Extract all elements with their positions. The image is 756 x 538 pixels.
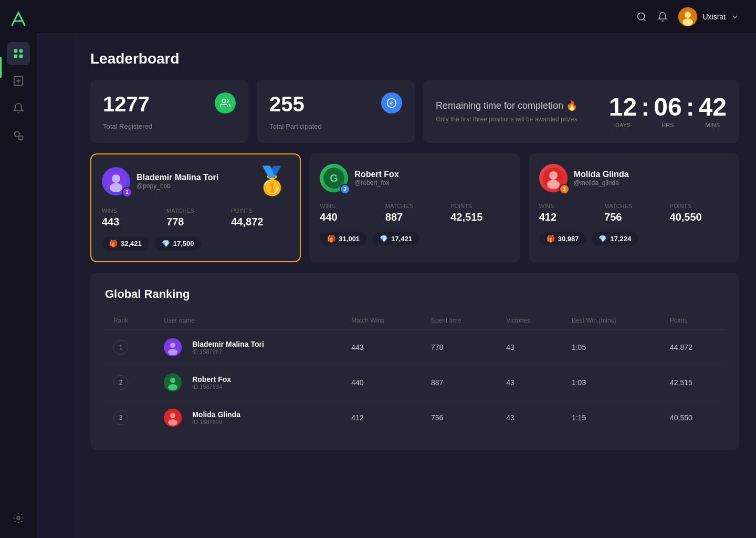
row-best-win-2: 1:03 bbox=[563, 365, 662, 400]
player1-stats: WINS 443 MATCHES 778 POINTS 44,872 bbox=[102, 208, 289, 228]
stats-row: 1277 Total Registered 255 bbox=[90, 80, 739, 143]
row-points-3: 40,550 bbox=[662, 400, 724, 436]
row-user-2: Robert Fox ID 1587634 bbox=[155, 365, 343, 400]
col-match-wins: Match Wins bbox=[343, 312, 423, 330]
sidebar-item-dashboard[interactable] bbox=[7, 42, 30, 65]
row-best-win-3: 1:15 bbox=[563, 400, 662, 436]
player1-wins: 443 bbox=[102, 216, 160, 228]
chevron-down-icon bbox=[731, 13, 739, 21]
row-rank-1: 1 bbox=[105, 330, 155, 365]
hours-label: HRS bbox=[662, 122, 674, 128]
sidebar-item-shapes[interactable] bbox=[7, 124, 30, 147]
player2-matches: 887 bbox=[385, 211, 444, 223]
search-icon[interactable] bbox=[636, 12, 647, 22]
svg-rect-0 bbox=[14, 49, 17, 53]
global-ranking-section: Global Ranking Rank User name Match Wins… bbox=[90, 273, 739, 450]
top3-row: 1 Blademir Malina Tori @popy_bob 🥇 WINS … bbox=[90, 153, 739, 262]
svg-point-26 bbox=[170, 378, 175, 383]
player2-stats: WINS 440 MATCHES 887 POINTS 42,515 bbox=[320, 203, 509, 223]
svg-point-7 bbox=[17, 516, 20, 520]
row-points-1: 44,872 bbox=[662, 330, 724, 365]
svg-point-15 bbox=[112, 174, 120, 183]
table-row: 3 Molida Glinda ID 1587699 bbox=[105, 400, 724, 436]
table-avatar-3 bbox=[164, 409, 182, 427]
player2-points: 42,515 bbox=[450, 211, 509, 223]
col-points: Points bbox=[662, 312, 724, 330]
registered-label: Total Registered bbox=[103, 122, 236, 130]
player3-badges: 🎁 30,987 💎 17,224 bbox=[539, 232, 729, 246]
row-match-wins-1: 443 bbox=[343, 330, 423, 365]
svg-point-23 bbox=[170, 343, 175, 348]
rank-badge-1: 1 bbox=[122, 187, 132, 198]
player3-wins: 412 bbox=[539, 211, 598, 223]
player3-stats: WINS 412 MATCHES 756 POINTS 40,550 bbox=[539, 203, 729, 223]
total-registered-card: 1277 Total Registered bbox=[90, 80, 248, 143]
col-best-win: Best Win (mins) bbox=[563, 312, 662, 330]
registered-number: 1277 bbox=[103, 92, 150, 116]
row-victories-2: 43 bbox=[498, 365, 563, 400]
notification-icon[interactable] bbox=[657, 12, 668, 22]
row-spent-time-3: 756 bbox=[423, 400, 498, 436]
row-match-wins-3: 412 bbox=[343, 400, 423, 436]
username-label: Uxisrat bbox=[702, 13, 726, 21]
player1-diamond-badge: 💎 17,500 bbox=[154, 236, 202, 251]
table-row: 2 Robert Fox ID 1587634 bbox=[105, 365, 724, 400]
row-rank-2: 2 bbox=[105, 365, 155, 400]
app-logo[interactable] bbox=[8, 8, 29, 29]
colon-1: : bbox=[639, 95, 652, 120]
row-points-2: 42,515 bbox=[662, 365, 724, 400]
table-row: 1 Blademir Malina Tori ID 1587667 bbox=[105, 330, 724, 365]
col-rank: Rank bbox=[105, 312, 155, 330]
svg-rect-1 bbox=[19, 49, 23, 53]
svg-point-27 bbox=[168, 384, 177, 390]
player3-handle: @molida_glinda bbox=[574, 179, 729, 187]
ranking-table: Rank User name Match Wins Spent time Vic… bbox=[105, 312, 724, 435]
sidebar-item-settings[interactable] bbox=[7, 506, 30, 530]
registered-icon bbox=[215, 92, 236, 113]
user-menu[interactable]: Uxisrat bbox=[678, 7, 739, 26]
row-user-1: Blademir Malina Tori ID 1587667 bbox=[155, 330, 343, 365]
participated-number: 255 bbox=[269, 92, 304, 116]
active-indicator bbox=[0, 57, 2, 78]
sidebar-item-add[interactable] bbox=[7, 69, 30, 92]
player2-diamond-badge: 💎 17,421 bbox=[372, 232, 419, 246]
player-card-2: G 2 Robert Fox @robert_fox WINS 440 MATC… bbox=[309, 153, 520, 262]
player2-avatar-wrap: G 2 bbox=[320, 164, 348, 192]
player2-info: Robert Fox @robert_fox bbox=[354, 170, 509, 187]
timer-days: 12 bbox=[609, 95, 637, 120]
gift-icon-3: 🎁 bbox=[547, 235, 555, 243]
participated-label: Total Participated bbox=[269, 122, 402, 130]
mins-label: MINS bbox=[706, 122, 720, 128]
player2-badges: 🎁 31,001 💎 17,421 bbox=[320, 232, 509, 246]
player1-handle: @popy_bob bbox=[136, 182, 249, 190]
diamond-icon-3: 💎 bbox=[598, 235, 607, 243]
player1-info: Blademir Malina Tori @popy_bob bbox=[136, 173, 249, 190]
player1-points: 44,872 bbox=[231, 216, 289, 228]
player1-avatar-wrap: 1 bbox=[102, 167, 130, 195]
svg-point-11 bbox=[682, 18, 693, 26]
participated-icon bbox=[381, 92, 402, 113]
page-title: Leaderboard bbox=[90, 50, 739, 67]
player3-points: 40,550 bbox=[670, 211, 729, 223]
table-avatar-1 bbox=[164, 338, 182, 356]
player2-handle: @robert_fox bbox=[354, 179, 509, 187]
player2-wins: 440 bbox=[320, 211, 379, 223]
player-card-3: 3 Molida Glinda @molida_glinda WINS 412 … bbox=[529, 153, 739, 262]
timer-title: Remaining time for completion 🔥 bbox=[436, 100, 592, 111]
timer-display: 12 DAYS : 06 HRS : 42 MINS bbox=[609, 95, 727, 128]
player3-info: Molida Glinda @molida_glinda bbox=[574, 170, 729, 187]
col-spent-time: Spent time bbox=[423, 312, 498, 330]
svg-rect-6 bbox=[19, 136, 23, 140]
player-card-1: 1 Blademir Malina Tori @popy_bob 🥇 WINS … bbox=[90, 153, 301, 262]
row-victories-1: 43 bbox=[498, 330, 563, 365]
rank-badge-3: 3 bbox=[559, 184, 570, 194]
diamond-icon-2: 💎 bbox=[380, 235, 388, 243]
player3-gift-badge: 🎁 30,987 bbox=[539, 232, 586, 246]
timer-note: Only the first three positions will be a… bbox=[436, 116, 592, 123]
row-spent-time-2: 887 bbox=[423, 365, 498, 400]
user-avatar bbox=[678, 7, 697, 26]
col-victories: Victories bbox=[498, 312, 563, 330]
player2-name: Robert Fox bbox=[354, 170, 509, 179]
sidebar-item-notification[interactable] bbox=[7, 97, 30, 120]
total-participated-card: 255 Total Participated bbox=[257, 80, 415, 143]
